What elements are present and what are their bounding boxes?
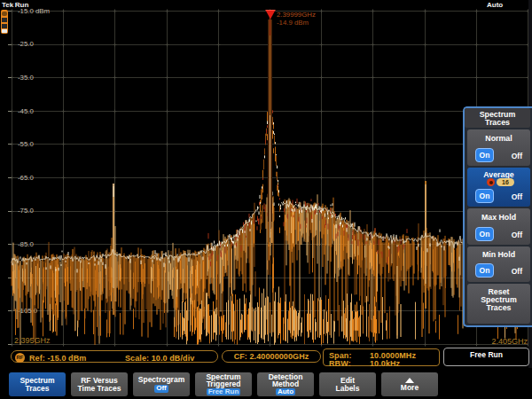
svg-text:-85.0: -85.0 (18, 240, 34, 248)
svg-text:-75.0: -75.0 (18, 207, 34, 215)
svg-text:-35.0: -35.0 (18, 74, 34, 82)
svg-text:2.405GHz: 2.405GHz (491, 337, 528, 346)
svg-text:-25.0: -25.0 (18, 40, 34, 48)
svg-text:-14.9 dBm: -14.9 dBm (277, 19, 309, 27)
svg-text:-65.0: -65.0 (18, 174, 34, 182)
svg-text:2.395GHz: 2.395GHz (14, 336, 51, 345)
svg-text:-45.0: -45.0 (18, 107, 34, 115)
svg-text:-55.0: -55.0 (18, 140, 34, 148)
